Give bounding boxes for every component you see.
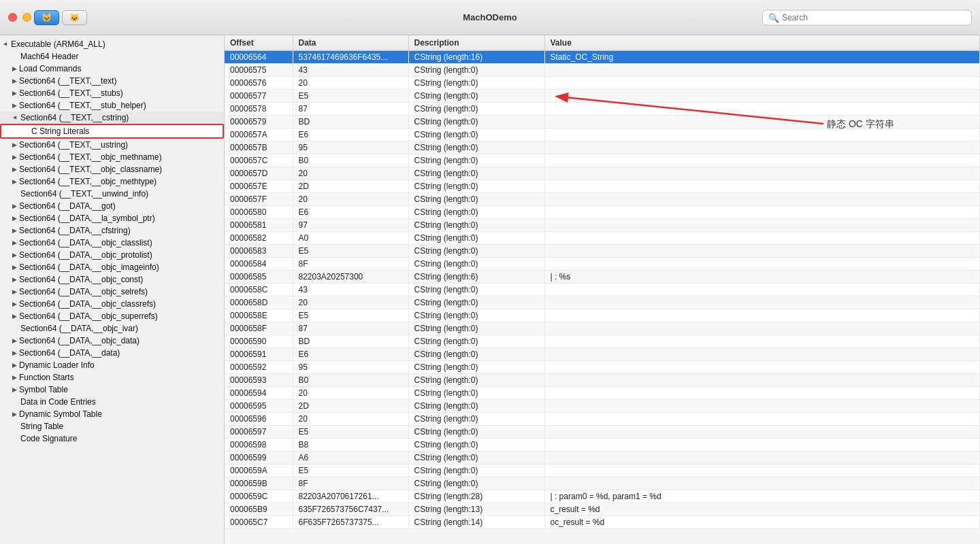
cell-desc: CString (length:0) <box>408 413 544 426</box>
table-row[interactable]: 00006593B0CString (length:0) <box>225 374 980 387</box>
cell-offset: 0000659C <box>225 490 293 503</box>
sidebar-item-dynamic-symbol-table[interactable]: ▶Dynamic Symbol Table <box>0 408 224 420</box>
table-row[interactable]: 00006577E5CString (length:0) <box>225 90 980 103</box>
minimize-button[interactable] <box>22 13 31 22</box>
sidebar-item-section64-data-objc-selrefs[interactable]: ▶Section64 (__DATA,__objc_selrefs) <box>0 286 224 298</box>
sidebar-item-section64-text-unwind-info[interactable]: Section64 (__TEXT,__unwind_info) <box>0 188 224 200</box>
search-box[interactable]: 🔍 <box>762 10 972 25</box>
sidebar-item-section64-text-ustring[interactable]: ▶Section64 (__TEXT,__ustring) <box>0 139 224 151</box>
cell-offset: 00006582 <box>225 232 293 245</box>
sidebar-item-section64-data-objc-superrefs[interactable]: ▶Section64 (__DATA,__objc_superrefs) <box>0 310 224 322</box>
cell-value <box>544 167 980 180</box>
triangle-icon: ▶ <box>12 362 17 369</box>
table-row[interactable]: 0000659295CString (length:0) <box>225 361 980 374</box>
table-row[interactable]: 00006591E6CString (length:0) <box>225 348 980 361</box>
table-row[interactable]: 0000657AE6CString (length:0) <box>225 129 980 141</box>
table-row[interactable]: 00006597E5CString (length:0) <box>225 426 980 439</box>
table-row[interactable]: 000065645374617469636F6435...CString (le… <box>225 51 980 64</box>
table-row[interactable]: 00006579BDCString (length:0) <box>225 116 980 129</box>
table-row[interactable]: 00006590BDCString (length:0) <box>225 335 980 348</box>
cell-offset: 00006592 <box>225 361 293 374</box>
sidebar-item-section64-data-objc-const[interactable]: ▶Section64 (__DATA,__objc_const) <box>0 273 224 286</box>
table-row[interactable]: 0000659B8FCString (length:0) <box>225 477 980 490</box>
table-row[interactable]: 000065C76F635F7265737375...CString (leng… <box>225 516 980 529</box>
cell-data: 82203A20257300 <box>293 271 408 284</box>
cell-value: c_result = %d <box>544 503 980 516</box>
sidebar-item-data-in-code-entries[interactable]: Data in Code Entries <box>0 396 224 408</box>
sidebar-item-string-table[interactable]: String Table <box>0 420 224 432</box>
sidebar-item-section64-data-la-symbol-ptr[interactable]: ▶Section64 (__DATA,__la_symbol_ptr) <box>0 212 224 224</box>
triangle-icon: ▶ <box>12 264 17 271</box>
sidebar-item-section64-data-objc-classlist[interactable]: ▶Section64 (__DATA,__objc_classlist) <box>0 237 224 249</box>
titlebar: 🐱 🐱 MachODemo 🔍 <box>0 0 980 35</box>
table-row[interactable]: 0000658197CString (length:0) <box>225 219 980 232</box>
table-row[interactable]: 0000657D20CString (length:0) <box>225 167 980 180</box>
table-container[interactable]: Offset Data Description Value 0000656453… <box>225 35 980 544</box>
cell-offset: 0000657A <box>225 129 293 141</box>
table-row[interactable]: 0000658582203A20257300CString (length:6)… <box>225 271 980 284</box>
sidebar-item-label: Section64 (__TEXT,__objc_classname) <box>19 165 162 174</box>
table-row[interactable]: 0000659420CString (length:0) <box>225 387 980 400</box>
sidebar-item-section64-data-objc-protolist[interactable]: ▶Section64 (__DATA,__objc_protolist) <box>0 249 224 261</box>
sidebar-item-section64-data-cfstring[interactable]: ▶Section64 (__DATA,__cfstring) <box>0 224 224 237</box>
table-row[interactable]: 00006580E6CString (length:0) <box>225 206 980 219</box>
toolbar-btn-1[interactable]: 🐱 <box>34 10 59 25</box>
cell-offset: 0000659B <box>225 477 293 490</box>
table-row[interactable]: 0000659C82203A2070617261...CString (leng… <box>225 490 980 503</box>
cell-value: Static_OC_String <box>544 51 980 64</box>
table-row[interactable]: 00006583E5CString (length:0) <box>225 245 980 258</box>
sidebar-item-section64-text-cstring[interactable]: ▼Section64 (__TEXT,__cstring) <box>0 112 224 124</box>
table-row[interactable]: 00006598B8CString (length:0) <box>225 439 980 452</box>
sidebar-item-section64-data-objc-imageinfo[interactable]: ▶Section64 (__DATA,__objc_imageinfo) <box>0 261 224 273</box>
table-row[interactable]: 0000657E2DCString (length:0) <box>225 180 980 193</box>
table-row[interactable]: 0000658D20CString (length:0) <box>225 296 980 309</box>
sidebar-item-section64-data-got[interactable]: ▶Section64 (__DATA,__got) <box>0 200 224 212</box>
cell-value <box>544 296 980 309</box>
table-row[interactable]: 0000659AE5CString (length:0) <box>225 464 980 477</box>
table-row[interactable]: 0000657620CString (length:0) <box>225 77 980 90</box>
sidebar-item-section64-text-objc-methtype[interactable]: ▶Section64 (__TEXT,__objc_methtype) <box>0 175 224 188</box>
sidebar-item-section64-data-objc-classrefs[interactable]: ▶Section64 (__DATA,__objc_classrefs) <box>0 298 224 310</box>
search-input[interactable] <box>782 13 966 22</box>
triangle-icon: ▶ <box>12 227 17 234</box>
table-row[interactable]: 0000657CB0CString (length:0) <box>225 154 980 167</box>
table-row[interactable]: 000065952DCString (length:0) <box>225 400 980 413</box>
cell-data: E6 <box>293 206 408 219</box>
table-row[interactable]: 000065B9635F726573756C7437...CString (le… <box>225 503 980 516</box>
sidebar-item-executable[interactable]: ▼Executable (ARM64_ALL) <box>0 38 224 50</box>
table-row[interactable]: 0000659620CString (length:0) <box>225 413 980 426</box>
sidebar-item-mach64-header[interactable]: Mach64 Header <box>0 50 224 63</box>
table-row[interactable]: 00006599A6CString (length:0) <box>225 452 980 464</box>
sidebar-item-section64-text-stub-helper[interactable]: ▶Section64 (__TEXT,__stub_helper) <box>0 99 224 112</box>
toolbar-btn-2[interactable]: 🐱 <box>62 10 87 25</box>
table-row[interactable]: 0000657F20CString (length:0) <box>225 193 980 206</box>
sidebar-item-load-commands[interactable]: ▶Load Commands <box>0 63 224 75</box>
table-row[interactable]: 0000658F87CString (length:0) <box>225 322 980 335</box>
table-row[interactable]: 0000658C43CString (length:0) <box>225 284 980 296</box>
cell-value <box>544 141 980 154</box>
table-row[interactable]: 0000657543CString (length:0) <box>225 64 980 77</box>
sidebar-item-dynamic-loader-info[interactable]: ▶Dynamic Loader Info <box>0 359 224 371</box>
sidebar-item-label: Section64 (__TEXT,__text) <box>19 76 116 86</box>
sidebar-item-section64-data-objc-ivar[interactable]: Section64 (__DATA,__objc_ivar) <box>0 322 224 335</box>
cell-data: 5374617469636F6435... <box>293 51 408 64</box>
cell-value <box>544 116 980 129</box>
sidebar-item-section64-data-data[interactable]: ▶Section64 (__DATA,__data) <box>0 347 224 359</box>
table-row[interactable]: 0000657B95CString (length:0) <box>225 141 980 154</box>
table-row[interactable]: 0000657887CString (length:0) <box>225 103 980 116</box>
sidebar-item-section64-text-objc-classname[interactable]: ▶Section64 (__TEXT,__objc_classname) <box>0 163 224 175</box>
sidebar-item-section64-text-objc-methname[interactable]: ▶Section64 (__TEXT,__objc_methname) <box>0 151 224 163</box>
close-button[interactable] <box>8 13 17 22</box>
table-row[interactable]: 000065848FCString (length:0) <box>225 258 980 271</box>
table-row[interactable]: 0000658EE5CString (length:0) <box>225 309 980 322</box>
sidebar-item-section64-text-text[interactable]: ▶Section64 (__TEXT,__text) <box>0 75 224 87</box>
sidebar-item-c-string-literals[interactable]: C String Literals <box>0 124 224 139</box>
sidebar-item-symbol-table[interactable]: ▶Symbol Table <box>0 384 224 396</box>
cell-value <box>544 154 980 167</box>
sidebar-item-function-starts[interactable]: ▶Function Starts <box>0 371 224 384</box>
sidebar-item-section64-text-stubs[interactable]: ▶Section64 (__TEXT,__stubs) <box>0 87 224 99</box>
sidebar-item-code-signature[interactable]: Code Signature <box>0 432 224 445</box>
sidebar-item-section64-data-objc-data[interactable]: ▶Section64 (__DATA,__objc_data) <box>0 335 224 347</box>
cell-offset: 0000657D <box>225 167 293 180</box>
table-row[interactable]: 00006582A0CString (length:0) <box>225 232 980 245</box>
